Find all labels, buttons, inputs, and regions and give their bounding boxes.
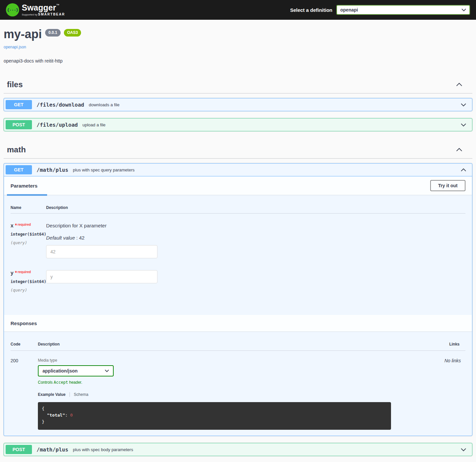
- parameters-section-header: Parameters Try it out: [4, 176, 472, 195]
- response-row-200: 200 Media type application/json Controls…: [11, 351, 465, 430]
- expand-operation-icon[interactable]: [457, 102, 470, 108]
- oas3-badge: OAS3: [64, 29, 81, 37]
- media-type-value: application/json: [42, 368, 78, 373]
- col-header-description: Description: [46, 205, 465, 210]
- response-code: 200: [11, 358, 38, 430]
- op-summary-text: downloads a file: [89, 102, 120, 107]
- parameter-description: Description for X parameter: [46, 223, 465, 228]
- parameters-table: Name Description x *required integer($in…: [4, 195, 472, 315]
- parameter-name: y *required: [11, 270, 46, 276]
- responses-table-head: Code Description Links: [11, 339, 465, 351]
- info-section: my-api 0.0.1 OAS3 openapi.json openapi3-…: [4, 20, 472, 66]
- responses-table: Code Description Links 200 Media type ap…: [4, 331, 472, 436]
- spec-link[interactable]: openapi.json: [4, 45, 26, 49]
- definition-select-value: openapi: [340, 7, 358, 13]
- opblock-post-math-plus: POST /math/plus plus with spec body para…: [4, 443, 472, 456]
- api-description: openapi3-docs with reitit-http: [4, 58, 472, 64]
- responses-section-header: Responses: [4, 315, 472, 331]
- parameter-row-y: y *required integer($int64) (query): [11, 261, 465, 295]
- expand-operation-icon[interactable]: [457, 122, 470, 128]
- method-badge-get: GET: [6, 165, 32, 174]
- op-summary-text: upload a file: [82, 122, 105, 127]
- supported-by: Supported bySMARTBEAR: [22, 13, 65, 16]
- method-badge-get: GET: [6, 100, 32, 109]
- api-documentation: my-api 0.0.1 OAS3 openapi.json openapi3-…: [0, 20, 476, 462]
- parameter-location: (query): [11, 288, 46, 293]
- parameter-location: (query): [11, 241, 46, 245]
- collapse-section-icon[interactable]: [456, 83, 462, 87]
- op-path[interactable]: /files/download: [35, 102, 86, 108]
- tag-section-files: files GET /files/download downloads a fi…: [4, 77, 472, 131]
- collapse-operation-icon[interactable]: [457, 167, 470, 173]
- method-badge-post: POST: [6, 445, 32, 454]
- opblock-body: Parameters Try it out Name Description x: [4, 176, 472, 436]
- accept-header-message: Controls Accept header.: [38, 380, 419, 385]
- col-header-links: Links: [419, 342, 465, 346]
- try-it-out-button[interactable]: Try it out: [430, 180, 465, 191]
- parameter-type: integer($int64): [11, 232, 46, 237]
- version-badge: 0.0.1: [45, 29, 61, 37]
- col-header-description: Description: [38, 342, 419, 346]
- smartbear-brand: SMARTBEAR: [38, 13, 65, 16]
- topbar: {···} Swagger™ Supported bySMARTBEAR Sel…: [0, 0, 476, 20]
- op-summary-get-files-download[interactable]: GET /files/download downloads a file: [4, 98, 472, 111]
- parameter-name-cell: x *required integer($int64) (query): [11, 223, 46, 258]
- parameter-description-cell: [46, 270, 465, 293]
- definition-select[interactable]: openapi: [336, 5, 470, 15]
- expand-operation-icon[interactable]: [457, 447, 470, 453]
- model-example-tabs: Example Value Schema: [38, 392, 419, 397]
- collapse-section-icon[interactable]: [456, 148, 462, 152]
- op-summary-post-files-upload[interactable]: POST /files/upload upload a file: [4, 118, 472, 131]
- tag-title-math: math: [7, 145, 26, 154]
- logo-braces: {···}: [7, 8, 18, 13]
- swagger-logo-icon: {···}: [6, 3, 19, 16]
- parameter-name: x *required: [11, 223, 46, 229]
- definition-area: Select a definition openapi: [290, 5, 470, 15]
- parameter-name-cell: y *required integer($int64) (query): [11, 270, 46, 293]
- col-header-code: Code: [11, 342, 38, 346]
- chevron-down-icon: [105, 370, 109, 372]
- brand-text: Swagger™ Supported bySMARTBEAR: [22, 4, 65, 16]
- tab-schema[interactable]: Schema: [70, 392, 88, 397]
- tag-header-files[interactable]: files: [4, 77, 472, 93]
- parameter-x-input[interactable]: [46, 245, 157, 258]
- op-path[interactable]: /math/plus: [35, 447, 70, 453]
- parameter-row-x: x *required integer($int64) (query) Desc…: [11, 214, 465, 261]
- media-type-select[interactable]: application/json: [38, 365, 114, 376]
- parameter-default: Default value: 42: [46, 235, 465, 241]
- required-label: required: [18, 270, 31, 274]
- col-header-name: Name: [11, 205, 46, 210]
- tag-header-math[interactable]: math: [4, 142, 472, 159]
- tag-section-math: math GET /math/plus plus with spec query…: [4, 142, 472, 456]
- op-summary-text: plus with spec body parameters: [73, 447, 133, 452]
- tab-example-value[interactable]: Example Value: [38, 392, 66, 397]
- tab-parameters[interactable]: Parameters: [11, 183, 38, 189]
- supported-by-prefix: Supported by: [22, 13, 38, 16]
- op-path[interactable]: /math/plus: [35, 167, 70, 173]
- api-title: my-api: [4, 28, 42, 40]
- response-description-cell: Media type application/json Controls Acc…: [38, 358, 419, 430]
- method-badge-post: POST: [6, 120, 32, 129]
- parameter-y-input[interactable]: [46, 270, 157, 283]
- opblock-get-math-plus: GET /math/plus plus with spec query para…: [4, 163, 472, 436]
- page-title-row: my-api 0.0.1 OAS3: [4, 28, 472, 40]
- op-summary-get-math-plus[interactable]: GET /math/plus plus with spec query para…: [4, 164, 472, 176]
- opblock-post-files-upload: POST /files/upload upload a file: [4, 118, 472, 131]
- response-links: No links: [419, 358, 465, 430]
- responses-title: Responses: [11, 321, 37, 326]
- parameters-table-head: Name Description: [11, 202, 465, 214]
- example-code-block: { "total": 0 }: [38, 402, 391, 430]
- parameter-description-cell: Description for X parameter Default valu…: [46, 223, 465, 258]
- required-label: required: [18, 223, 31, 226]
- tag-title-files: files: [7, 80, 23, 89]
- op-path[interactable]: /files/upload: [35, 122, 79, 128]
- required-star: *: [15, 270, 17, 276]
- chevron-down-icon: [462, 9, 466, 12]
- swagger-logo-link[interactable]: {···} Swagger™ Supported bySMARTBEAR: [6, 3, 65, 16]
- media-type-label: Media type: [38, 358, 419, 363]
- select-definition-label: Select a definition: [290, 7, 332, 13]
- required-star: *: [15, 223, 17, 228]
- op-summary-post-math-plus[interactable]: POST /math/plus plus with spec body para…: [4, 443, 472, 456]
- parameter-type: integer($int64): [11, 279, 46, 284]
- brand-trademark: ™: [56, 3, 59, 7]
